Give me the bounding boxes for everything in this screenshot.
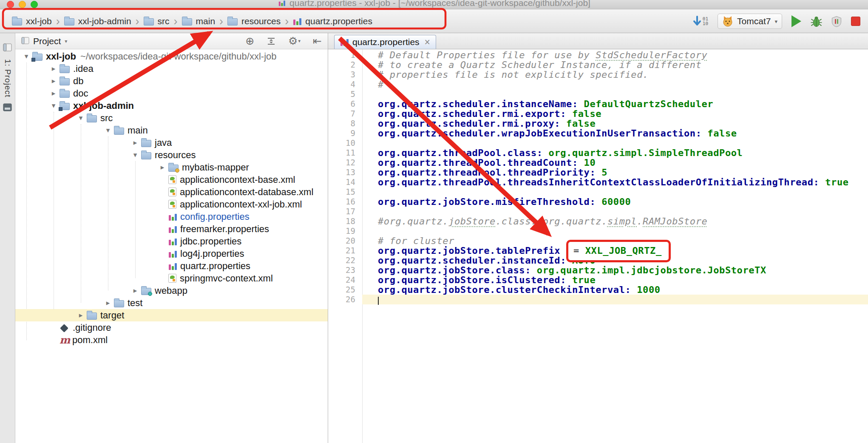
tree-item-config.properties[interactable]: config.properties <box>15 210 328 223</box>
expand-arrow-icon[interactable]: ▸ <box>48 89 60 98</box>
tree-item-test[interactable]: ▸test <box>15 297 328 309</box>
line-number: 17 <box>328 207 362 216</box>
code-text: org.quartz.jobStore.class: org.quartz.im… <box>362 265 868 275</box>
breadcrumb-label: xxl-job-admin <box>78 16 131 26</box>
breadcrumb-item-xxl-job-admin[interactable]: xxl-job-admin <box>64 16 131 26</box>
collapse-arrow-icon[interactable]: ▾ <box>75 114 87 122</box>
collapse-arrow-icon[interactable]: ▾ <box>48 101 60 110</box>
code-line-24: 24org.quartz.jobStore.isClustered: true <box>328 275 868 285</box>
code-text: org.quartz.jobStore.misfireThreshold: 60… <box>362 197 868 207</box>
stripe-project-button[interactable]: 1: Project <box>3 59 12 97</box>
tree-item-target[interactable]: ▸target <box>15 309 328 321</box>
tree-item-applicationcontext-xxl-job.xml[interactable]: applicationcontext-xxl-job.xml <box>15 198 328 210</box>
project-tool-window-icon[interactable] <box>3 43 12 53</box>
chevron-down-icon: ▾ <box>774 18 777 25</box>
collapse-arrow-icon[interactable]: ▾ <box>20 52 32 61</box>
code-text <box>362 89 868 99</box>
chevron-down-icon[interactable]: ▾ <box>65 38 67 44</box>
expand-arrow-icon[interactable]: ▸ <box>48 77 60 85</box>
code-text: org.quartz.threadPool.threadCount: 10 <box>362 158 868 168</box>
breadcrumb-item-resources[interactable]: resources <box>227 16 281 26</box>
code-text: org.quartz.jobStore.clusterCheckinInterv… <box>362 285 868 295</box>
tree-item-jdbc.properties[interactable]: jdbc.properties <box>15 235 328 247</box>
tree-item-label: xxl-job <box>46 51 76 62</box>
tree-item-quartz.properties[interactable]: quartz.properties <box>15 260 328 272</box>
tree-item-label: .idea <box>73 63 94 74</box>
line-number: 21 <box>328 246 362 256</box>
tree-item-db[interactable]: ▸db <box>15 75 328 87</box>
tree-item-mybatis-mapper[interactable]: ▸mybatis-mapper <box>15 161 328 173</box>
code-line-9: 9org.quartz.scheduler.wrapJobExecutionIn… <box>328 128 868 138</box>
tree-item-src[interactable]: ▾src <box>15 112 328 124</box>
code-text: # Default Properties file for use by Std… <box>362 50 868 60</box>
collapse-arrow-icon[interactable]: ▾ <box>102 126 114 135</box>
tree-item-webapp[interactable]: ▸webapp <box>15 284 328 297</box>
update-project-widget[interactable]: 01 10 <box>693 16 708 27</box>
tree-item-java[interactable]: ▸java <box>15 136 328 149</box>
debug-button[interactable] <box>811 15 822 27</box>
expand-arrow-icon[interactable]: ▸ <box>129 286 141 295</box>
tree-item-doc[interactable]: ▸doc <box>15 87 328 99</box>
navigation-bar: xxl-job›xxl-job-admin›src›main›resources… <box>0 9 868 33</box>
tree-item-resources[interactable]: ▾resources <box>15 149 328 161</box>
editor-code[interactable]: 1# Default Properties file for use by St… <box>328 49 868 443</box>
expand-arrow-icon[interactable]: ▸ <box>48 64 60 73</box>
tree-item-log4j.properties[interactable]: log4j.properties <box>15 247 328 260</box>
tree-item-label: log4j.properties <box>180 248 244 259</box>
tree-item-applicationcontext-base.xml[interactable]: applicationcontext-base.xml <box>15 173 328 186</box>
expand-arrow-icon[interactable]: ▸ <box>156 163 168 172</box>
settings-gear-icon[interactable]: ⚙▾ <box>288 36 301 46</box>
close-tab-icon[interactable]: × <box>425 37 430 48</box>
coverage-button[interactable] <box>831 16 842 27</box>
tree-item-pom.xml[interactable]: mpom.xml <box>15 334 328 346</box>
tree-item-label: applicationcontext-database.xml <box>180 187 313 198</box>
code-line-17: 17 <box>328 207 868 216</box>
tree-item-xxl-job-admin[interactable]: ▾xxl-job-admin <box>15 99 328 112</box>
vcs-badge-bottom: 10 <box>703 21 708 26</box>
tree-item-springmvc-context.xml[interactable]: springmvc-context.xml <box>15 272 328 284</box>
stop-icon <box>851 17 860 26</box>
breadcrumb-item-quartz.properties[interactable]: quartz.properties <box>293 16 372 26</box>
locate-icon[interactable]: ⊕ <box>245 36 254 46</box>
expand-arrow-icon[interactable]: ▸ <box>129 138 141 147</box>
line-number: 13 <box>328 168 362 177</box>
breadcrumb-separator: › <box>174 17 178 26</box>
tree-item-freemarker.properties[interactable]: freemarker.properties <box>15 223 328 235</box>
collapse-arrow-icon[interactable]: ▾ <box>129 151 141 159</box>
ide-window: quartz.properties - xxl-job - [~/workspa… <box>0 0 868 443</box>
tree-item-main[interactable]: ▾main <box>15 124 328 136</box>
line-number: 10 <box>328 138 362 148</box>
breadcrumb-item-xxl-job[interactable]: xxl-job <box>12 16 52 26</box>
collapse-all-icon[interactable] <box>267 37 276 46</box>
code-line-1: 1# Default Properties file for use by St… <box>328 50 868 60</box>
breadcrumb-label: main <box>196 16 216 26</box>
code-line-15: 15 <box>328 187 868 197</box>
editor-tabbar: quartz.properties × <box>328 33 868 49</box>
minimize-window-button[interactable] <box>19 1 26 8</box>
zoom-window-button[interactable] <box>31 1 38 8</box>
tool-window-button-icon[interactable] <box>3 103 12 113</box>
expand-arrow-icon[interactable]: ▸ <box>75 311 87 320</box>
expand-arrow-icon[interactable]: ▸ <box>102 298 114 307</box>
breadcrumb-item-main[interactable]: main <box>182 16 216 26</box>
code-text <box>362 187 868 197</box>
code-line-12: 12org.quartz.threadPool.threadCount: 10 <box>328 158 868 168</box>
tree-item-label: pom.xml <box>72 335 108 346</box>
tree-item-xxl-job[interactable]: ▾xxl-job~/workspaces/idea-git-workspace/… <box>15 50 328 62</box>
blue-down-arrow-icon <box>693 16 701 27</box>
tree-item-label: src <box>100 113 113 124</box>
tomcat-icon <box>722 16 733 27</box>
run-button[interactable] <box>791 15 801 27</box>
tree-item-applicationcontext-database.xml[interactable]: applicationcontext-database.xml <box>15 186 328 198</box>
run-configuration-selector[interactable]: Tomcat7 ▾ <box>718 14 782 29</box>
code-line-26: 26 <box>328 295 868 304</box>
stop-button[interactable] <box>851 17 860 26</box>
close-window-button[interactable] <box>7 1 14 8</box>
breadcrumb-item-src[interactable]: src <box>144 16 170 26</box>
hide-panel-icon[interactable]: ⇤ <box>313 36 322 46</box>
text-caret <box>378 297 379 305</box>
tree-item-.idea[interactable]: ▸.idea <box>15 62 328 75</box>
tree-item-.gitignore[interactable]: .gitignore <box>15 321 328 334</box>
tab-quartz-properties[interactable]: quartz.properties × <box>334 35 436 49</box>
code-text: org.quartz.jobStore.isClustered: true <box>362 275 868 285</box>
